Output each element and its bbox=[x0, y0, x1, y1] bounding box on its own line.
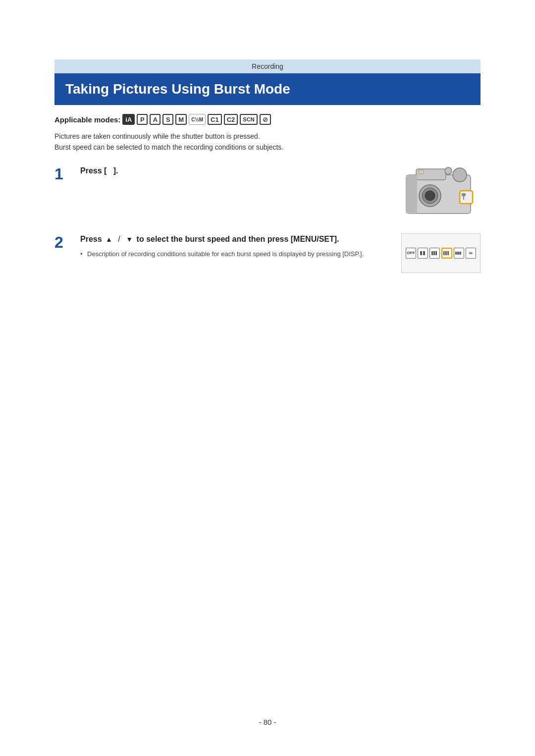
step-2-number: 2 bbox=[54, 234, 72, 250]
burst-inf-icon: ∞ bbox=[466, 248, 476, 259]
steps-container: 1 Press [ ]. bbox=[54, 165, 481, 273]
applicable-modes: Applicable modes: iA P A S M C½M C1 C2 S… bbox=[54, 114, 481, 125]
svg-rect-12 bbox=[420, 251, 422, 255]
svg-rect-14 bbox=[431, 251, 433, 255]
description-text: Pictures are taken continuously while th… bbox=[54, 131, 481, 153]
svg-rect-7 bbox=[460, 191, 473, 204]
step-1: 1 Press [ ]. bbox=[54, 165, 481, 221]
svg-rect-10 bbox=[406, 175, 417, 214]
svg-rect-13 bbox=[423, 251, 425, 255]
description-line2: Burst speed can be selected to match the… bbox=[54, 142, 481, 153]
page-number: - 80 - bbox=[259, 718, 276, 726]
svg-point-5 bbox=[453, 168, 467, 182]
step-2-text: Press ▲ / ▼ to select the burst speed an… bbox=[80, 233, 393, 245]
step-2-image: OFF bbox=[401, 233, 481, 273]
svg-rect-17 bbox=[443, 251, 444, 255]
description-line1: Pictures are taken continuously while th… bbox=[54, 131, 481, 142]
mode-a: A bbox=[150, 114, 160, 125]
svg-rect-19 bbox=[446, 251, 447, 255]
svg-rect-18 bbox=[445, 251, 446, 255]
burst-slow-icon bbox=[418, 248, 428, 259]
svg-rect-23 bbox=[458, 252, 459, 255]
mode-csm: C½M bbox=[189, 114, 206, 125]
svg-rect-20 bbox=[448, 251, 449, 255]
svg-rect-9 bbox=[463, 195, 464, 200]
step-2-text-middle: to select the burst speed and then press bbox=[137, 235, 291, 243]
burst-xfast-icon bbox=[454, 248, 464, 259]
step-2-press: Press bbox=[80, 235, 102, 243]
burst-med-icon bbox=[429, 248, 440, 259]
mode-p: P bbox=[137, 114, 148, 125]
svg-point-6 bbox=[445, 167, 452, 174]
svg-rect-22 bbox=[457, 252, 458, 255]
step-2-subtext: Description of recording conditions suit… bbox=[80, 249, 393, 259]
step-2-content: Press ▲ / ▼ to select the burst speed an… bbox=[80, 233, 481, 273]
slash-separator: / bbox=[118, 235, 120, 243]
svg-rect-16 bbox=[435, 251, 437, 255]
step-1-number: 1 bbox=[54, 166, 72, 182]
recording-label-bar: Recording bbox=[54, 59, 481, 73]
mode-m: M bbox=[175, 114, 187, 125]
up-arrow-icon: ▲ bbox=[106, 235, 112, 243]
svg-rect-15 bbox=[433, 251, 435, 255]
burst-fast-icon bbox=[441, 248, 452, 259]
step-1-content: Press [ ]. bbox=[80, 165, 481, 221]
svg-rect-21 bbox=[455, 252, 456, 255]
step-2-menu-set: [MENU/SET]. bbox=[291, 235, 339, 243]
camera-svg bbox=[401, 165, 481, 219]
mode-ia: iA bbox=[122, 114, 135, 125]
svg-rect-11 bbox=[419, 170, 424, 174]
burst-menu-illustration: OFF bbox=[401, 233, 481, 273]
mode-custom: ⊘ bbox=[260, 114, 271, 125]
step-2: 2 Press ▲ / ▼ to select the burst speed … bbox=[54, 233, 481, 273]
recording-label: Recording bbox=[252, 62, 283, 70]
title-bar: Taking Pictures Using Burst Mode bbox=[54, 73, 481, 105]
svg-rect-24 bbox=[459, 252, 460, 255]
applicable-modes-label: Applicable modes: bbox=[54, 115, 120, 124]
step-1-text: Press [ ]. bbox=[80, 166, 118, 175]
down-arrow-icon: ▼ bbox=[126, 235, 133, 243]
mode-c1: C1 bbox=[208, 114, 222, 125]
svg-point-4 bbox=[425, 191, 435, 201]
mode-s: S bbox=[162, 114, 173, 125]
burst-off-icon: OFF bbox=[406, 248, 416, 259]
step-1-image bbox=[401, 165, 481, 221]
step-2-subtext-text: Description of recording conditions suit… bbox=[87, 250, 364, 258]
mode-c2: C2 bbox=[224, 114, 238, 125]
page-title: Taking Pictures Using Burst Mode bbox=[65, 81, 470, 97]
svg-rect-25 bbox=[460, 252, 461, 255]
mode-scn: SCN bbox=[240, 114, 257, 125]
